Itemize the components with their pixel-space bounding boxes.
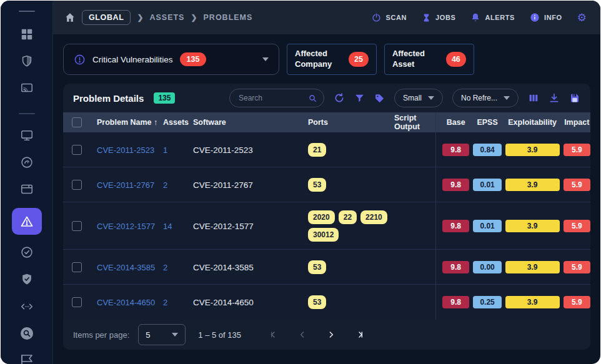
collapse-dash-icon[interactable] bbox=[19, 11, 35, 12]
items-per-page-select[interactable]: 5 bbox=[138, 324, 186, 345]
nav-alerts[interactable]: ALERTS bbox=[470, 12, 515, 22]
column-software[interactable]: Software bbox=[193, 118, 308, 127]
table-row[interactable]: CVE-2011-2523 1 CVE-2011-2523 21 9.8 0.8… bbox=[63, 132, 590, 167]
sidebar bbox=[1, 1, 53, 364]
sidebar-item-browser[interactable] bbox=[12, 177, 42, 202]
impact-score-badge: 5.9 bbox=[564, 220, 590, 232]
assets-count[interactable]: 14 bbox=[163, 222, 172, 231]
chevron-down-icon bbox=[262, 57, 269, 61]
shield-check-icon bbox=[20, 272, 34, 286]
scan-icon bbox=[371, 12, 382, 23]
last-page-icon[interactable] bbox=[355, 330, 365, 340]
column-epss[interactable]: EPSS bbox=[473, 118, 501, 127]
filter-funnel-icon[interactable] bbox=[354, 93, 365, 104]
app-root: GLOBAL ❯ ASSETS ❯ PROBLEMS SCAN bbox=[0, 0, 601, 364]
next-page-icon[interactable] bbox=[326, 330, 336, 340]
table-row[interactable]: CVE-2014-4650 2 CVE-2014-4650 53 9.8 0.2… bbox=[63, 285, 590, 320]
monitor-icon bbox=[20, 129, 34, 142]
page-range: 1 – 5 of 135 bbox=[198, 330, 241, 340]
breadcrumb: GLOBAL ❯ ASSETS ❯ PROBLEMS bbox=[64, 10, 252, 25]
sidebar-item-shield-check[interactable] bbox=[12, 267, 42, 292]
sort-arrow-up-icon[interactable]: ↑ bbox=[154, 118, 157, 127]
chevron-right-icon: ❯ bbox=[191, 13, 197, 22]
table-row[interactable]: CVE-2011-2767 2 CVE-2011-2767 53 9.8 0.0… bbox=[63, 167, 590, 202]
exploitability-score-badge: 3.9 bbox=[505, 179, 560, 191]
vulnerability-filter-dropdown[interactable]: Critical Vulnerabilities 135 bbox=[63, 44, 279, 75]
sidebar-item-flag[interactable] bbox=[12, 348, 42, 364]
search-circle-icon bbox=[19, 326, 34, 341]
breadcrumb-problems[interactable]: PROBLEMS bbox=[204, 13, 253, 22]
sidebar-item-gauge[interactable] bbox=[12, 150, 42, 174]
epss-score-badge: 0.25 bbox=[473, 296, 501, 308]
problem-name-link[interactable]: CVE-2012-1577 bbox=[97, 222, 155, 231]
chevron-down-icon bbox=[172, 333, 178, 337]
port-badge: 30012 bbox=[308, 228, 339, 242]
content: Critical Vulnerabilities 135 Affected Co… bbox=[53, 34, 600, 364]
nav-scan[interactable]: SCAN bbox=[371, 12, 407, 23]
problem-name-link[interactable]: CVE-2011-2523 bbox=[97, 145, 154, 155]
search-icon[interactable] bbox=[308, 94, 317, 103]
software-name: CVE-2014-4650 bbox=[193, 298, 254, 307]
row-checkbox[interactable] bbox=[72, 262, 82, 272]
nav-scan-label: SCAN bbox=[386, 14, 407, 21]
sidebar-item-code[interactable] bbox=[12, 294, 42, 318]
column-exploitability[interactable]: Exploitability bbox=[505, 118, 560, 127]
sidebar-item-search[interactable] bbox=[12, 321, 42, 345]
epss-score-badge: 0.01 bbox=[473, 179, 501, 191]
columns-icon[interactable] bbox=[528, 92, 539, 104]
affected-company-card[interactable]: Affected Company 25 bbox=[287, 44, 377, 75]
sidebar-item-dashboard[interactable] bbox=[12, 22, 42, 46]
problem-name-link[interactable]: CVE-2014-3585 bbox=[97, 263, 155, 272]
download-icon[interactable] bbox=[549, 92, 560, 104]
sidebar-item-security[interactable] bbox=[12, 49, 42, 73]
problem-name-link[interactable]: CVE-2014-4650 bbox=[97, 298, 155, 307]
refresh-icon[interactable] bbox=[334, 92, 345, 104]
nav-jobs[interactable]: JOBS bbox=[422, 13, 455, 22]
previous-page-icon[interactable] bbox=[297, 330, 307, 340]
breadcrumb-root[interactable]: GLOBAL bbox=[82, 10, 131, 25]
vulnerability-filter-label: Critical Vulnerabilities bbox=[92, 55, 173, 64]
column-impact[interactable]: Impact bbox=[564, 118, 590, 127]
column-base[interactable]: Base bbox=[442, 118, 469, 127]
breadcrumb-assets[interactable]: ASSETS bbox=[149, 13, 184, 22]
assets-count[interactable]: 2 bbox=[163, 298, 167, 307]
column-problem-name[interactable]: Problem Name ↑ bbox=[97, 118, 163, 127]
search-input[interactable] bbox=[239, 94, 308, 102]
select-all-checkbox[interactable] bbox=[72, 117, 82, 127]
sidebar-item-screencast[interactable] bbox=[12, 76, 42, 101]
refresh-interval-select[interactable]: No Refre... bbox=[452, 89, 519, 107]
tag-icon[interactable] bbox=[374, 93, 385, 104]
nav-settings[interactable]: ⚙ bbox=[577, 12, 587, 23]
nav-info[interactable]: INFO bbox=[530, 12, 562, 22]
impact-score-badge: 5.9 bbox=[564, 179, 590, 191]
sidebar-item-verified[interactable] bbox=[12, 240, 42, 264]
sidebar-item-monitor[interactable] bbox=[12, 123, 42, 147]
code-brackets-icon bbox=[20, 300, 34, 313]
save-icon[interactable] bbox=[569, 92, 580, 104]
column-script-output[interactable]: Script Output bbox=[394, 114, 435, 131]
affected-asset-card[interactable]: Affected Asset 46 bbox=[384, 44, 474, 75]
settings-gear-icon: ⚙ bbox=[577, 12, 587, 23]
problem-name-link[interactable]: CVE-2011-2767 bbox=[97, 180, 154, 190]
affected-asset-label: Affected Asset bbox=[392, 49, 437, 70]
nav-info-label: INFO bbox=[544, 14, 562, 21]
table-row[interactable]: CVE-2012-1577 14 CVE-2012-1577 2020 22 2… bbox=[63, 202, 590, 250]
column-ports[interactable]: Ports bbox=[308, 118, 394, 127]
row-checkbox[interactable] bbox=[72, 180, 82, 190]
search-box bbox=[229, 89, 324, 107]
size-select[interactable]: Small bbox=[394, 89, 443, 107]
assets-count[interactable]: 2 bbox=[163, 263, 167, 272]
row-checkbox[interactable] bbox=[72, 221, 82, 231]
assets-count[interactable]: 2 bbox=[163, 180, 167, 190]
base-score-badge: 9.8 bbox=[442, 296, 469, 308]
epss-score-badge: 0.84 bbox=[473, 144, 501, 156]
assets-count[interactable]: 1 bbox=[163, 145, 167, 155]
toolbar-actions: Small No Refre... bbox=[229, 89, 580, 107]
row-checkbox[interactable] bbox=[72, 297, 82, 307]
table-row[interactable]: CVE-2014-3585 2 CVE-2014-3585 53 9.8 0.0… bbox=[63, 250, 590, 285]
sidebar-item-problems[interactable] bbox=[12, 208, 42, 235]
row-checkbox[interactable] bbox=[72, 145, 82, 155]
home-icon[interactable] bbox=[64, 12, 76, 23]
first-page-icon[interactable] bbox=[269, 330, 279, 340]
column-assets[interactable]: Assets bbox=[163, 118, 193, 127]
